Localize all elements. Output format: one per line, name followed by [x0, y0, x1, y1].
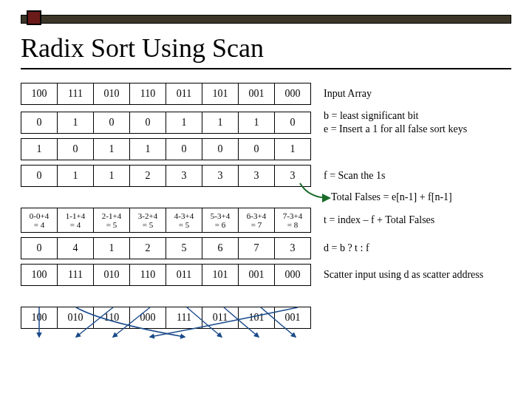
cells-scatter-out: 100 010 110 000 111 011 101 001: [21, 307, 310, 329]
cell: 2: [129, 237, 166, 259]
cells-d: 0 4 1 2 5 6 7 3: [21, 237, 310, 259]
row-f: 0 1 1 2 3 3 3 3 f = Scan the 1s: [21, 165, 520, 187]
cell: 3: [238, 165, 275, 187]
note-f: f = Scan the 1s: [324, 169, 385, 183]
cells-t: 0-0+4= 4 1-1+4= 4 2-1+4= 5 3-2+4= 5 4-3+…: [21, 208, 310, 233]
note-scatter: Scatter input using d as scatter address: [324, 268, 483, 282]
cell: 0-0+4= 4: [21, 208, 58, 233]
cell: 011: [166, 83, 202, 105]
note-total-falses: Total Falses = e[n-1] + f[n-1]: [331, 191, 520, 203]
cells-scatter-in: 100 111 010 110 011 101 001 000: [21, 264, 310, 286]
cell: 0: [202, 138, 239, 160]
cell: 0: [57, 138, 94, 160]
cell: 100: [21, 307, 58, 329]
cell: 0: [129, 112, 166, 134]
cells-e: 1 0 1 1 0 0 0 1: [21, 138, 310, 160]
cells-b: 0 1 0 0 1 1 1 0: [21, 112, 310, 134]
cell: 1: [93, 165, 130, 187]
cell: 3: [274, 237, 311, 259]
cell: 5-3+4= 6: [202, 208, 239, 233]
row-scatter-out: 100 010 110 000 111 011 101 001: [21, 307, 520, 329]
note-input: Input Array: [324, 87, 372, 100]
cell: 4: [57, 237, 94, 259]
cell: 1: [166, 112, 202, 134]
row-scatter-in: 100 111 010 110 011 101 001 000 Scatter …: [21, 264, 520, 286]
cell: 010: [93, 83, 130, 105]
cell: 7-3+4= 8: [274, 208, 311, 233]
cell: 001: [238, 83, 275, 105]
cell: 1: [129, 138, 166, 160]
cell: 110: [93, 307, 130, 329]
cell: 001: [238, 264, 275, 286]
cell: 100: [21, 83, 58, 105]
cell: 3: [166, 165, 202, 187]
row-t: 0-0+4= 4 1-1+4= 4 2-1+4= 5 3-2+4= 5 4-3+…: [21, 208, 520, 233]
cell: 000: [129, 307, 166, 329]
cell: 6: [202, 237, 239, 259]
note-e-line: e = Insert a 1 for all false sort keys: [324, 123, 467, 134]
cell: 101: [202, 264, 239, 286]
cell: 6-3+4= 7: [238, 208, 275, 233]
cell: 011: [166, 264, 202, 286]
title-rule: [21, 68, 511, 69]
cell: 000: [274, 83, 311, 105]
cell: 1: [202, 112, 239, 134]
cell: 1: [238, 112, 275, 134]
cell: 101: [202, 83, 239, 105]
note-b: b = least significant bit e = Insert a 1…: [324, 109, 467, 135]
cells-input: 100 111 010 110 011 101 001 000: [21, 83, 310, 105]
cell: 111: [166, 307, 202, 329]
cell: 0: [166, 138, 202, 160]
cell: 100: [21, 264, 58, 286]
row-e: 1 0 1 1 0 0 0 1: [21, 138, 520, 160]
cell: 101: [238, 307, 275, 329]
cell: 0: [21, 165, 58, 187]
cell: 0: [93, 112, 130, 134]
cell: 010: [93, 264, 130, 286]
cell: 011: [202, 307, 239, 329]
cell: 7: [238, 237, 275, 259]
cell: 3-2+4= 5: [129, 208, 166, 233]
cell: 110: [129, 264, 166, 286]
note-t: t = index – f + Total Falses: [324, 214, 434, 227]
cell: 0: [238, 138, 275, 160]
row-d: 0 4 1 2 5 6 7 3 d = b ? t : f: [21, 237, 520, 259]
note-d: d = b ? t : f: [324, 242, 369, 255]
cell: 3: [274, 165, 311, 187]
cell: 111: [57, 83, 94, 105]
cells-f: 0 1 1 2 3 3 3 3: [21, 165, 310, 187]
cell: 1: [57, 165, 94, 187]
page-title: Radix Sort Using Scan: [21, 33, 264, 64]
cell: 000: [274, 264, 311, 286]
cell: 110: [129, 83, 166, 105]
decor-bar: [21, 15, 511, 24]
cell: 5: [166, 237, 202, 259]
cell: 1: [21, 138, 58, 160]
row-input: 100 111 010 110 011 101 001 000 Input Ar…: [21, 83, 520, 105]
cell: 1: [93, 138, 130, 160]
row-b: 0 1 0 0 1 1 1 0 b = least significant bi…: [21, 109, 520, 135]
decor-bullet: [27, 10, 41, 25]
cell: 1: [57, 112, 94, 134]
note-b-line1: b = least significant bit: [324, 110, 418, 121]
cell: 0: [21, 237, 58, 259]
cell: 4-3+4= 5: [166, 208, 202, 233]
content: 100 111 010 110 011 101 001 000 Input Ar…: [21, 83, 520, 333]
cell: 2-1+4= 5: [93, 208, 130, 233]
cell: 001: [274, 307, 311, 329]
cell: 0: [21, 112, 58, 134]
cell: 1-1+4= 4: [57, 208, 94, 233]
cell: 1: [93, 237, 130, 259]
cell: 2: [129, 165, 166, 187]
cell: 111: [57, 264, 94, 286]
cell: 3: [202, 165, 239, 187]
arrow-gap: [21, 290, 520, 307]
cell: 0: [274, 112, 311, 134]
cell: 010: [57, 307, 94, 329]
cell: 1: [274, 138, 311, 160]
